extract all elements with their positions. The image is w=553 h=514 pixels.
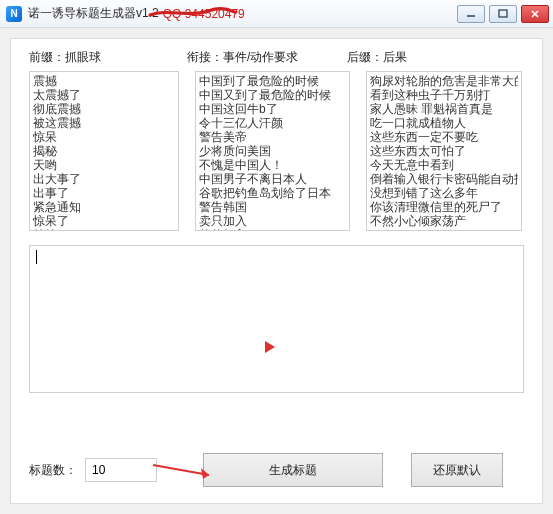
prefix-listbox[interactable]: 震撼太震撼了彻底震撼被这震撼惊呆揭秘天哟出大事了出事了紧急通知惊呆了就算了这都能…: [29, 71, 179, 231]
text-cursor: [36, 250, 37, 264]
list-item[interactable]: 不愧是中国人！: [199, 158, 346, 172]
list-item[interactable]: 被这震撼: [33, 116, 175, 130]
output-textbox[interactable]: [29, 245, 524, 393]
list-item[interactable]: 警告美帝: [199, 130, 346, 144]
prefix-label: 前缀：抓眼球: [29, 49, 187, 66]
window-title: 诺一诱导标题生成器v1.2: [28, 5, 159, 22]
list-item[interactable]: 不然小心倾家荡产: [370, 214, 518, 228]
main-panel: 前缀：抓眼球 衔接：事件/动作要求 后缀：后果 震撼太震撼了彻底震撼被这震撼惊呆…: [10, 38, 543, 504]
list-item[interactable]: 惊呆了: [33, 214, 175, 228]
list-item[interactable]: 你该清理微信里的死尸了: [370, 200, 518, 214]
list-item[interactable]: 草草加入: [199, 228, 346, 231]
list-item[interactable]: 警告韩国: [199, 200, 346, 214]
app-icon: N: [6, 6, 22, 22]
reset-button[interactable]: 还原默认: [411, 453, 503, 487]
list-item[interactable]: 看到这种虫子千万别打: [370, 88, 518, 102]
list-item[interactable]: 狗尿对轮胎的危害是非常大的: [370, 74, 518, 88]
list-item[interactable]: 揭秘: [33, 144, 175, 158]
list-item[interactable]: 倒着输入银行卡密码能自动报警: [370, 172, 518, 186]
list-item[interactable]: 太震撼了: [33, 88, 175, 102]
qq-text: QQ 944520479: [163, 7, 245, 21]
list-item[interactable]: 就算了: [33, 228, 175, 231]
list-item[interactable]: 惊呆: [33, 130, 175, 144]
list-item[interactable]: 震撼: [33, 74, 175, 88]
minimize-button[interactable]: [457, 5, 485, 23]
list-item[interactable]: 中国又到了最危险的时候: [199, 88, 346, 102]
maximize-button[interactable]: [489, 5, 517, 23]
list-item[interactable]: 中国男子不离日本人: [199, 172, 346, 186]
list-item[interactable]: 中国这回牛b了: [199, 102, 346, 116]
count-label: 标题数：: [29, 462, 77, 479]
suffix-label: 后缀：后果: [347, 49, 524, 66]
list-item[interactable]: 天哟: [33, 158, 175, 172]
list-item[interactable]: 吃一口就成植物人: [370, 116, 518, 130]
list-item[interactable]: 这些东西一定不要吃: [370, 130, 518, 144]
titlebar: N 诺一诱导标题生成器v1.2 QQ 944520479: [0, 0, 553, 28]
close-button[interactable]: [521, 5, 549, 23]
list-item[interactable]: 令十三亿人汗颜: [199, 116, 346, 130]
list-item[interactable]: 出大事了: [33, 172, 175, 186]
list-item[interactable]: 彻底震撼: [33, 102, 175, 116]
list-item[interactable]: 中国到了最危险的时候: [199, 74, 346, 88]
list-item[interactable]: 紧急通知: [33, 200, 175, 214]
bridge-label: 衔接：事件/动作要求: [187, 49, 347, 66]
list-item[interactable]: 谷歌把钓鱼岛划给了日本: [199, 186, 346, 200]
list-item[interactable]: 少将质问美国: [199, 144, 346, 158]
list-item[interactable]: 这些东西太可怕了: [370, 144, 518, 158]
suffix-listbox[interactable]: 狗尿对轮胎的危害是非常大的看到这种虫子千万别打家人愚昧 罪魁祸首真是吃一口就成植…: [366, 71, 522, 231]
svg-rect-1: [499, 10, 507, 17]
bridge-listbox[interactable]: 中国到了最危险的时候中国又到了最危险的时候中国这回牛b了令十三亿人汗颜警告美帝少…: [195, 71, 350, 231]
count-input[interactable]: [85, 458, 157, 482]
list-item[interactable]: 卖只加入: [199, 214, 346, 228]
red-arrow-icon: [265, 341, 275, 353]
generate-button[interactable]: 生成标题: [203, 453, 383, 487]
list-item[interactable]: 家人愚昧 罪魁祸首真是: [370, 102, 518, 116]
list-item[interactable]: 今天无意中看到: [370, 158, 518, 172]
list-item[interactable]: 出事了: [33, 186, 175, 200]
list-item[interactable]: 没想到错了这么多年: [370, 186, 518, 200]
